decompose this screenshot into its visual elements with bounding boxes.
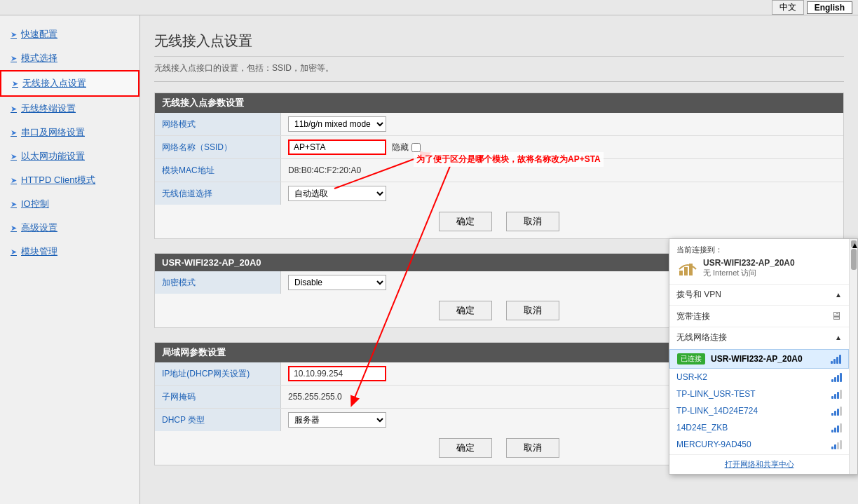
subnet-label: 子网掩码 <box>155 386 281 408</box>
ip-input[interactable] <box>288 366 386 381</box>
wifi-connected-name: USR-WIFI232-AP_20A0 <box>703 258 795 268</box>
network-mode-select[interactable]: 11b/g/n mixed mode 11b mode 11g mode 11n… <box>288 116 386 132</box>
sidebar-item-httpd[interactable]: ➤ HTTPD Client模式 <box>0 168 139 192</box>
dial-vpn-section: 拨号和 VPN ▲ <box>669 285 849 306</box>
wifi-network-item-0[interactable]: 已连接 USR-WIFI232-AP_20A0 <box>669 349 849 369</box>
scroll-up[interactable]: ▲ <box>851 240 857 247</box>
sidebar-item-wireless-ap[interactable]: ➤ 无线接入点设置 <box>0 70 139 97</box>
arrow-icon: ➤ <box>11 104 17 114</box>
svg-rect-4 <box>684 267 688 275</box>
arrow-icon: ➤ <box>11 200 17 209</box>
ip-label: IP地址(DHCP网关设置) <box>155 362 281 385</box>
arrow-icon: ➤ <box>11 54 17 63</box>
wifi-connected-title: 当前连接到： <box>676 245 842 255</box>
encryption-select[interactable]: Disable WEP WPA WPA2 <box>288 275 386 290</box>
ap-params-section: 无线接入点参数设置 网络模式 11b/g/n mixed mode 11b mo… <box>154 93 844 239</box>
channel-value: 自动选取 1 6 11 <box>281 183 843 204</box>
wifi-network-item-5[interactable]: MERCURY-9AD450 <box>669 436 849 453</box>
broadband-icon: 🖥 <box>831 310 842 322</box>
wifi-network-name-0: 已连接 USR-WIFI232-AP_20A0 <box>677 353 803 365</box>
mac-address-value: D8:B0:4C:F2:20:A0 <box>281 163 843 178</box>
broadband-section: 宽带连接 🖥 <box>669 306 849 327</box>
encryption-label: 加密模式 <box>155 271 281 294</box>
page-description: 无线接入点接口的设置，包括：SSID，加密等。 <box>154 62 844 82</box>
subnet-text: 255.255.255.0 <box>288 392 342 402</box>
mac-address-row: 模块MAC地址 D8:B0:4C:F2:20:A0 <box>155 159 843 182</box>
signal-bars-4 <box>831 423 842 433</box>
wifi-connected-item: USR-WIFI232-AP_20A0 无 Internet 访问 <box>676 258 842 278</box>
panel-scrollbar[interactable]: ▲ <box>849 239 857 474</box>
wireless-header[interactable]: 无线网络连接 ▲ <box>669 327 849 348</box>
signal-bars-5 <box>831 440 842 449</box>
wifi-network-name-2: TP-LINK_USR-TEST <box>676 389 756 399</box>
wifi-network-item-1[interactable]: USR-K2 <box>669 369 849 386</box>
wifi-network-name-5: MERCURY-9AD450 <box>676 440 751 449</box>
channel-label: 无线信道选择 <box>155 182 281 205</box>
wifi-connected-section: 当前连接到： USR-WIFI232-AP_20A0 无 Internet 访问 <box>669 239 849 285</box>
wifi-footer: 打开网络和共享中心 <box>669 455 849 474</box>
signal-bars-1 <box>831 372 842 382</box>
english-lang-button[interactable]: English <box>807 1 852 14</box>
sidebar: ➤ 快速配置 ➤ 模式选择 ➤ 无线接入点设置 ➤ 无线终端设置 ➤ 串口及网络… <box>0 15 140 504</box>
scrollbar-thumb[interactable] <box>851 249 857 270</box>
ap-params-cancel-button[interactable]: 取消 <box>506 212 559 231</box>
sidebar-item-ethernet[interactable]: ➤ 以太网功能设置 <box>0 144 139 168</box>
channel-select[interactable]: 自动选取 1 6 11 <box>288 186 386 201</box>
signal-bars-3 <box>831 406 842 416</box>
ap-params-confirm-button[interactable]: 确定 <box>439 212 492 231</box>
network-mode-label: 网络模式 <box>155 113 281 135</box>
wifi-network-item-2[interactable]: TP-LINK_USR-TEST <box>669 386 849 402</box>
ap-params-body: 网络模式 11b/g/n mixed mode 11b mode 11g mod… <box>155 113 843 205</box>
signal-bars-0 <box>831 354 841 364</box>
network-mode-value: 11b/g/n mixed mode 11b mode 11g mode 11n… <box>281 114 843 135</box>
ssid-input[interactable] <box>288 139 386 155</box>
wireless-section: 无线网络连接 ▲ 已连接 USR-WIFI232-AP_20A0 <box>669 327 849 455</box>
ssid-row: 网络名称（SSID） 隐藏 <box>155 136 843 159</box>
dhcp-label: DHCP 类型 <box>155 409 281 431</box>
page-title: 无线接入点设置 <box>154 26 844 57</box>
chinese-lang-button[interactable]: 中文 <box>772 0 804 15</box>
ap-params-buttons: 确定 取消 <box>155 205 843 238</box>
broadband-header[interactable]: 宽带连接 🖥 <box>669 306 849 327</box>
language-bar: 中文 English <box>0 0 858 15</box>
lan-cancel-button[interactable]: 取消 <box>506 438 559 458</box>
ssid-label: 网络名称（SSID） <box>155 136 281 158</box>
wifi-network-list: 已连接 USR-WIFI232-AP_20A0 USR-K2 <box>669 348 849 454</box>
sidebar-item-serial-network[interactable]: ➤ 串口及网络设置 <box>0 121 139 144</box>
sidebar-item-module-mgmt[interactable]: ➤ 模块管理 <box>0 240 139 264</box>
wifi-network-name-4: 14D24E_ZKB <box>676 423 728 433</box>
sidebar-item-io[interactable]: ➤ IO控制 <box>0 192 139 216</box>
hide-checkbox[interactable] <box>411 143 421 152</box>
sidebar-item-advanced[interactable]: ➤ 高级设置 <box>0 216 139 240</box>
dhcp-select[interactable]: 服务器 客户端 禁用 <box>288 412 386 428</box>
wifi-network-item-4[interactable]: 14D24E_ZKB <box>669 419 849 436</box>
ap-params-header: 无线接入点参数设置 <box>155 93 843 113</box>
wifi-panel-inner: 当前连接到： USR-WIFI232-AP_20A0 无 Internet 访问 <box>669 239 849 474</box>
dial-vpn-expand-icon: ▲ <box>835 291 842 299</box>
signal-bars-2 <box>831 389 842 399</box>
arrow-icon: ➤ <box>11 176 17 185</box>
wifi-network-item-3[interactable]: TP-LINK_14D24E724 <box>669 402 849 419</box>
lan-confirm-button[interactable]: 确定 <box>439 438 492 458</box>
arrow-icon: ➤ <box>11 128 17 137</box>
dial-vpn-header[interactable]: 拨号和 VPN ▲ <box>669 285 849 305</box>
usr-cancel-button[interactable]: 取消 <box>506 301 559 320</box>
connected-badge: 已连接 <box>677 353 705 365</box>
arrow-icon: ➤ <box>12 79 18 88</box>
svg-rect-3 <box>679 271 683 275</box>
arrow-icon: ➤ <box>11 30 17 39</box>
arrow-icon: ➤ <box>11 224 17 233</box>
arrow-icon: ➤ <box>11 152 17 161</box>
sidebar-item-quickconfig[interactable]: ➤ 快速配置 <box>0 22 139 46</box>
open-network-center-link[interactable]: 打开网络和共享中心 <box>725 460 794 468</box>
sidebar-item-modeselect[interactable]: ➤ 模式选择 <box>0 46 139 70</box>
sidebar-item-wireless-sta[interactable]: ➤ 无线终端设置 <box>0 97 139 121</box>
mac-address-text: D8:B0:4C:F2:20:A0 <box>288 165 361 175</box>
usr-confirm-button[interactable]: 确定 <box>439 301 492 320</box>
arrow-icon: ➤ <box>11 247 17 257</box>
channel-row: 无线信道选择 自动选取 1 6 11 <box>155 182 843 205</box>
mac-address-label: 模块MAC地址 <box>155 159 281 182</box>
hide-label: 隐藏 <box>392 142 421 154</box>
wifi-network-name-3: TP-LINK_14D24E724 <box>676 406 758 416</box>
wifi-network-name-1: USR-K2 <box>676 372 707 382</box>
